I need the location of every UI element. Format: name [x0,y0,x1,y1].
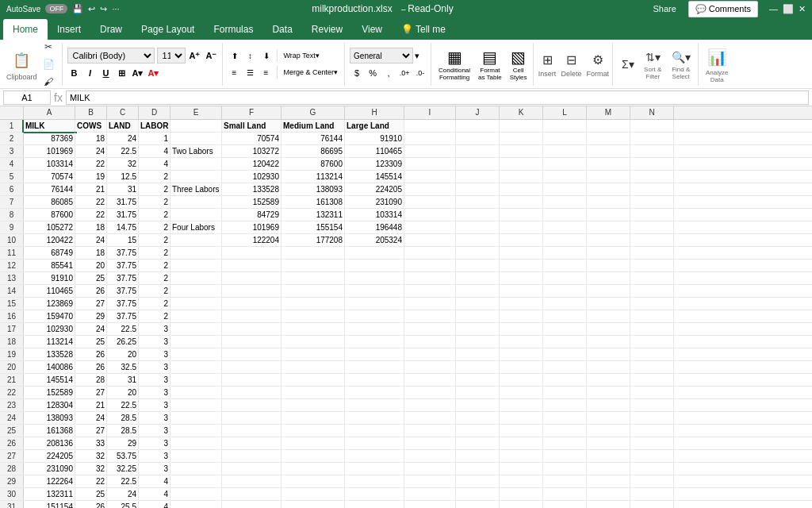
cell-N9[interactable] [630,221,674,233]
cell-I20[interactable] [404,361,456,373]
cell-M1[interactable] [587,120,630,132]
cell-I6[interactable] [404,183,456,195]
cell-F18[interactable] [222,336,282,348]
cell-E22[interactable] [170,387,222,398]
cell-I3[interactable] [404,145,456,157]
cell-L12[interactable] [543,260,587,271]
cell-J22[interactable] [456,387,500,398]
row-header-27[interactable]: 27 [0,450,24,462]
cell-G11[interactable] [282,247,345,259]
cell-N18[interactable] [630,336,674,348]
cell-M23[interactable] [587,399,630,411]
cell-A21[interactable]: 145514 [24,374,75,386]
row-header-25[interactable]: 25 [0,425,24,437]
increase-decimal-button[interactable]: .0+ [397,66,412,80]
cell-A22[interactable]: 152589 [24,387,75,398]
cell-L17[interactable] [543,323,587,335]
tab-tell-me[interactable]: 💡 Tell me [392,19,455,40]
cell-B30[interactable]: 25 [75,488,107,500]
align-middle-button[interactable]: ↕ [243,48,258,63]
cell-C17[interactable]: 22.5 [107,323,139,335]
cell-H18[interactable] [345,336,404,348]
cell-A18[interactable]: 113214 [24,336,75,348]
cell-A16[interactable]: 159470 [24,310,75,322]
cell-M18[interactable] [587,336,630,348]
tab-draw[interactable]: Draw [90,19,132,40]
cell-D13[interactable]: 2 [139,272,170,284]
cell-C27[interactable]: 53.75 [107,450,139,462]
cell-N10[interactable] [630,234,674,246]
cell-N27[interactable] [630,450,674,462]
cell-C16[interactable]: 37.75 [107,310,139,322]
cell-N16[interactable] [630,310,674,322]
cell-I1[interactable] [404,120,456,132]
cell-C30[interactable]: 24 [107,488,139,500]
cell-K21[interactable] [500,374,543,386]
cell-G19[interactable] [282,348,345,360]
comments-button[interactable]: 💬 Comments [688,1,758,17]
minimize-icon[interactable]: — [769,4,778,13]
cell-B4[interactable]: 22 [75,158,107,170]
cell-H7[interactable]: 231090 [345,196,404,208]
wrap-text-btn[interactable]: Wrap Text ▾ [281,48,323,63]
cell-D6[interactable]: 2 [139,183,170,195]
cell-J25[interactable] [456,425,500,437]
cell-G3[interactable]: 86695 [282,145,345,157]
cell-C9[interactable]: 14.75 [107,221,139,233]
cell-H10[interactable]: 205324 [345,234,404,246]
row-header-11[interactable]: 11 [0,247,24,259]
cell-E17[interactable] [170,323,222,335]
cell-G25[interactable] [282,425,345,437]
cell-D7[interactable]: 2 [139,196,170,208]
cell-G15[interactable] [282,298,345,310]
cell-A13[interactable]: 91910 [24,272,75,284]
cell-C15[interactable]: 37.75 [107,298,139,310]
cell-L29[interactable] [543,475,587,487]
col-header-B[interactable]: B [75,106,107,119]
cell-H31[interactable] [345,501,404,508]
share-button[interactable]: Share [645,1,683,17]
cell-J30[interactable] [456,488,500,500]
cell-K25[interactable] [500,425,543,437]
cell-K14[interactable] [500,285,543,297]
cell-L22[interactable] [543,387,587,398]
cell-D25[interactable]: 3 [139,425,170,437]
decrease-font-button[interactable]: A⁻ [205,48,219,63]
cell-D18[interactable]: 3 [139,336,170,348]
underline-button[interactable]: U [99,66,113,80]
row-header-14[interactable]: 14 [0,285,24,297]
col-header-L[interactable]: L [543,106,587,119]
cell-K18[interactable] [500,336,543,348]
cell-B12[interactable]: 20 [75,260,107,271]
cell-L14[interactable] [543,285,587,297]
cell-I4[interactable] [404,158,456,170]
comma-button[interactable]: , [381,66,396,80]
col-header-C[interactable]: C [107,106,139,119]
cell-I26[interactable] [404,437,456,449]
cell-reference-input[interactable] [3,90,51,105]
cell-L5[interactable] [543,171,587,183]
cell-H16[interactable] [345,310,404,322]
cell-M17[interactable] [587,323,630,335]
cell-E16[interactable] [170,310,222,322]
font-name-select[interactable]: Calibri (Body) [67,48,155,64]
cell-G23[interactable] [282,399,345,411]
row-header-28[interactable]: 28 [0,463,24,475]
cell-D8[interactable]: 2 [139,209,170,221]
cell-F15[interactable] [222,298,282,310]
row-header-9[interactable]: 9 [0,221,24,233]
cell-A17[interactable]: 102930 [24,323,75,335]
cell-D26[interactable]: 3 [139,437,170,449]
cell-G9[interactable]: 155154 [282,221,345,233]
cell-D9[interactable]: 2 [139,221,170,233]
save-icon[interactable]: 💾 [72,4,83,14]
cell-M10[interactable] [587,234,630,246]
cell-B11[interactable]: 18 [75,247,107,259]
cell-F17[interactable] [222,323,282,335]
cell-G29[interactable] [282,475,345,487]
cell-M22[interactable] [587,387,630,398]
cell-C18[interactable]: 26.25 [107,336,139,348]
cell-J12[interactable] [456,260,500,271]
cell-E18[interactable] [170,336,222,348]
cell-D20[interactable]: 3 [139,361,170,373]
